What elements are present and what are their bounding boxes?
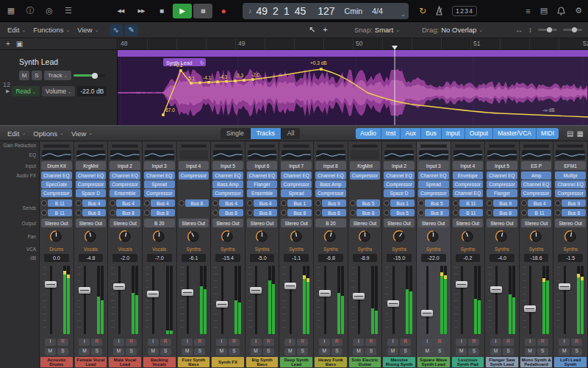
- filter-aux[interactable]: Aux: [401, 128, 421, 139]
- metronome-icon[interactable]: [435, 6, 443, 15]
- track-name[interactable]: Synth Lead: [19, 57, 58, 66]
- eq-thumbnail[interactable]: [108, 149, 142, 160]
- count-in-button[interactable]: 1234: [452, 6, 477, 16]
- functions-menu[interactable]: Functions⌄: [33, 26, 70, 34]
- input-slot[interactable]: Input 2: [110, 161, 140, 170]
- lcd-chevron-icon[interactable]: ⌄: [401, 11, 406, 18]
- record-enable-button[interactable]: R: [434, 339, 445, 346]
- send-knob[interactable]: [281, 210, 287, 216]
- send-knob[interactable]: [212, 210, 218, 216]
- filter-audio[interactable]: Audio: [356, 128, 381, 139]
- fader-cap[interactable]: [319, 290, 331, 297]
- solo-button[interactable]: S: [468, 348, 479, 355]
- solo-button[interactable]: S: [57, 348, 68, 355]
- send-slot[interactable]: B 11: [459, 209, 484, 216]
- send-slot[interactable]: Bus 5: [356, 199, 381, 207]
- fader-track[interactable]: [118, 266, 121, 334]
- channel-name[interactable]: Fuzz Synth Bass: [177, 356, 211, 368]
- filter-midi[interactable]: MIDI: [537, 128, 559, 139]
- record-enable-button[interactable]: R: [229, 339, 240, 346]
- fader-track[interactable]: [461, 266, 463, 334]
- fx-slot[interactable]: Bass Amp: [212, 180, 243, 188]
- view-mode-single[interactable]: Single: [220, 128, 251, 139]
- h-zoom-slider[interactable]: [538, 29, 557, 31]
- solo-button[interactable]: S: [263, 348, 274, 355]
- send-slot[interactable]: Bus 8: [356, 209, 381, 216]
- vca-assignment[interactable]: Vocals: [74, 245, 108, 253]
- fader-track[interactable]: [564, 266, 566, 334]
- channel-strip[interactable]: Input 2 Channel EQCompressorSpace D Bus …: [382, 141, 417, 368]
- pan-knob[interactable]: [245, 228, 279, 245]
- volume-readout[interactable]: -6.8: [318, 254, 343, 262]
- send-knob[interactable]: [144, 210, 150, 216]
- pause-button[interactable]: ▮▮: [193, 4, 212, 18]
- fader-cap[interactable]: [216, 301, 228, 308]
- send-knob[interactable]: [281, 200, 287, 206]
- send-knob[interactable]: [247, 210, 253, 216]
- record-enable-button[interactable]: R: [57, 339, 68, 346]
- record-enable-button[interactable]: R: [91, 339, 102, 346]
- fx-slot[interactable]: Compressor: [179, 171, 209, 180]
- send-slot[interactable]: Bus 4: [116, 199, 140, 207]
- eq-thumbnail[interactable]: [143, 149, 176, 160]
- vca-assignment[interactable]: Synths: [348, 245, 382, 253]
- volume-readout[interactable]: -15.0: [387, 254, 412, 262]
- send-slot[interactable]: Bus 8: [493, 209, 517, 216]
- fx-slot[interactable]: Channel EQ: [41, 171, 72, 180]
- mixer-options-menu[interactable]: Options⌄: [33, 130, 64, 138]
- send-slot[interactable]: Bus 8: [82, 209, 107, 216]
- view-mode-tracks[interactable]: Tracks: [251, 128, 282, 139]
- eq-thumbnail[interactable]: [74, 149, 108, 160]
- input-slot[interactable]: Input 7: [281, 161, 312, 170]
- record-enable-button[interactable]: R: [194, 339, 205, 346]
- filter-input[interactable]: Input: [442, 128, 465, 139]
- command-tool-icon[interactable]: +: [323, 25, 327, 35]
- bell-icon[interactable]: [557, 7, 565, 15]
- input-slot[interactable]: Input 3: [418, 161, 449, 170]
- send-slot[interactable]: B 11: [48, 199, 72, 207]
- send-slot[interactable]: B 11: [528, 209, 552, 216]
- channel-strip[interactable]: Input 5 Channel EQBass AmpCompressor Bus…: [211, 141, 245, 368]
- eq-thumbnail[interactable]: [451, 149, 485, 160]
- eq-thumbnail[interactable]: [314, 149, 348, 160]
- fx-slot[interactable]: Compressor: [521, 189, 552, 197]
- fx-slot[interactable]: Channel EQ: [110, 171, 140, 180]
- vca-assignment[interactable]: Synths: [314, 245, 348, 253]
- pan-knob[interactable]: [417, 228, 451, 245]
- play-button[interactable]: ▶: [173, 4, 192, 18]
- send-knob[interactable]: [76, 210, 82, 216]
- fx-slot[interactable]: Channel EQ: [521, 180, 552, 188]
- add-track-button[interactable]: +: [6, 40, 10, 48]
- fx-slot[interactable]: Compressor: [384, 180, 415, 188]
- lists-icon[interactable]: ≡: [526, 7, 530, 15]
- send-knob[interactable]: [453, 210, 459, 216]
- input-slot[interactable]: Input 3: [144, 161, 175, 170]
- fx-slot[interactable]: Compressor: [487, 180, 517, 188]
- cycle-icon[interactable]: ↻: [419, 6, 426, 16]
- eq-thumbnail[interactable]: [279, 149, 313, 160]
- vca-assignment[interactable]: Drums: [40, 245, 74, 253]
- fader-track[interactable]: [255, 266, 257, 334]
- send-knob[interactable]: [487, 210, 492, 216]
- fader-cap[interactable]: [456, 281, 467, 288]
- fader-track[interactable]: [84, 266, 86, 334]
- input-monitor-button[interactable]: I: [559, 339, 570, 346]
- filter-output[interactable]: Output: [465, 128, 494, 139]
- send-slot[interactable]: Bus 8: [322, 209, 346, 216]
- send-slot[interactable]: Bus 1: [390, 199, 415, 207]
- record-enable-button[interactable]: R: [365, 339, 376, 346]
- volume-readout[interactable]: -18.6: [524, 254, 549, 262]
- send-knob[interactable]: [384, 200, 390, 206]
- fader-cap[interactable]: [284, 283, 296, 289]
- input-monitor-button[interactable]: I: [422, 339, 433, 346]
- input-monitor-button[interactable]: I: [113, 339, 124, 346]
- fader-cap[interactable]: [559, 283, 570, 290]
- input-slot[interactable]: Input 6: [247, 161, 278, 170]
- mute-button[interactable]: M: [148, 348, 159, 355]
- fx-slot[interactable]: Spread: [144, 180, 175, 188]
- fx-slot[interactable]: Channel EQ: [555, 180, 586, 188]
- solo-button[interactable]: S: [229, 348, 240, 355]
- channel-name[interactable]: Big Synth Bass: [245, 356, 279, 368]
- send-knob[interactable]: [41, 200, 47, 206]
- vca-assignment[interactable]: Synths: [177, 245, 211, 253]
